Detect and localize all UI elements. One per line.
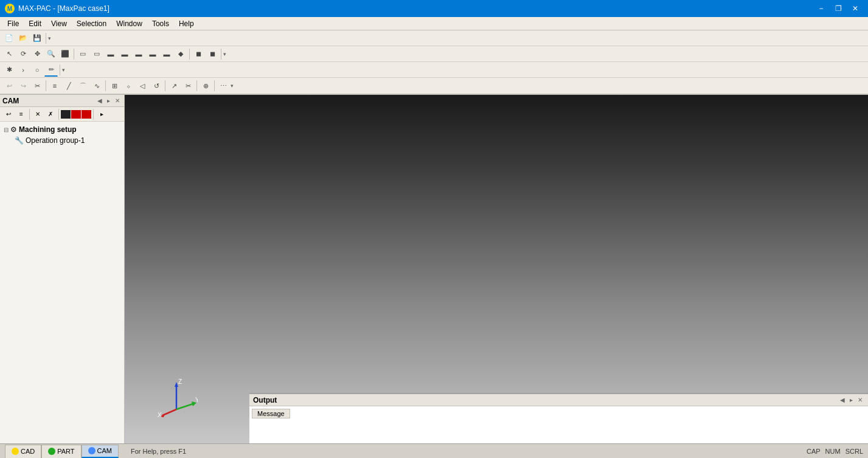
fit-tool[interactable]: ⬛ [58, 47, 72, 61]
status-indicators: CAP NUM SCRL [807, 448, 863, 455]
toolbar-sep-3 [189, 49, 190, 60]
star-tool[interactable]: ✱ [2, 63, 16, 77]
toolbar-sep-2 [74, 49, 74, 60]
cam-tree: ⊟ ⚙ Machining setup 🔧 Operation group-1 [0, 122, 124, 445]
menu-tools[interactable]: Tools [147, 18, 174, 29]
grid-tool[interactable]: ⊞ [108, 79, 121, 92]
box-tool[interactable]: ▭ [76, 47, 89, 61]
toolbar-expand-2[interactable]: ▾ [223, 51, 226, 57]
redo-tool[interactable]: ↪ [16, 79, 30, 92]
cad-tab[interactable]: CAD [5, 445, 41, 458]
output-body: Message [249, 406, 868, 445]
cam-color3-button[interactable] [82, 110, 91, 119]
open-button[interactable]: 📂 [16, 32, 30, 45]
mirror-tool[interactable]: ⬦ [122, 79, 135, 92]
menu-file[interactable]: File [2, 18, 24, 29]
move-tool[interactable]: ✥ [30, 47, 44, 61]
output-close-button[interactable]: ✕ [856, 396, 864, 404]
cam-color1-button[interactable] [61, 110, 71, 119]
chevron-tool[interactable]: › [16, 63, 30, 77]
cam-sep-3 [93, 109, 94, 120]
solid-tool[interactable]: ◼ [192, 47, 205, 61]
line-tool[interactable]: ╱ [62, 79, 75, 92]
cap-indicator: CAP [807, 448, 821, 455]
cam-close-button[interactable]: ✕ [113, 97, 122, 105]
trim2-tool[interactable]: ✂ [181, 79, 195, 92]
poly-tool[interactable]: ◆ [174, 47, 187, 61]
cam-float-button[interactable]: ▸ [105, 97, 112, 105]
x-axis-label: X [158, 412, 162, 418]
pen-tool[interactable]: ✏ [44, 63, 58, 77]
tree-machining-setup[interactable]: ⊟ ⚙ Machining setup [2, 124, 122, 135]
toolbar-sep-5 [60, 64, 60, 75]
menu-view[interactable]: View [46, 18, 72, 29]
extend-tool[interactable]: ↗ [167, 79, 181, 92]
menu-edit[interactable]: Edit [24, 18, 46, 29]
svg-line-2 [176, 403, 195, 409]
hatch-tool[interactable]: ≡ [48, 79, 61, 92]
status-tabs: CAD PART CAM [5, 445, 119, 458]
cam-tab-label: CAM [97, 447, 112, 454]
undo-tool[interactable]: ↩ [2, 79, 16, 92]
cam-panel-header: CAM ◀ ▸ ✕ [0, 95, 124, 107]
dim-tool[interactable]: ⊕ [199, 79, 212, 92]
bezier-tool[interactable]: ∿ [90, 79, 103, 92]
select-tool[interactable]: ↖ [2, 47, 16, 61]
tree-operation-group[interactable]: 🔧 Operation group-1 [2, 135, 122, 146]
rotate-tool[interactable]: ⟳ [16, 47, 30, 61]
arc-tool[interactable]: ⌒ [76, 79, 89, 92]
trim-tool[interactable]: ✂ [30, 79, 44, 92]
rect4-tool[interactable]: ▬ [146, 47, 159, 61]
message-tab[interactable]: Message [252, 409, 290, 418]
more-tool[interactable]: ⋯ [217, 79, 230, 92]
z-axis-label: Z [178, 378, 182, 385]
rect2-tool[interactable]: ▬ [118, 47, 131, 61]
main-area: CAM ◀ ▸ ✕ ↩ ≡ ✕ ✗ ▸ ⊟ ⚙ Machining setup [0, 95, 868, 445]
rect-tool[interactable]: ▬ [104, 47, 117, 61]
axis-svg: Z Y X [155, 376, 198, 418]
part-tab[interactable]: PART [41, 445, 81, 458]
solid2-tool[interactable]: ◼ [206, 47, 219, 61]
cam-tab[interactable]: CAM [82, 445, 119, 458]
cam-pin-button[interactable]: ◀ [95, 97, 104, 105]
new-button[interactable]: 📄 [2, 32, 16, 45]
output-pin-button[interactable]: ◀ [838, 396, 847, 404]
menu-selection[interactable]: Selection [72, 18, 111, 29]
toolbar-expand-1[interactable]: ▾ [48, 35, 51, 41]
cad-tab-icon [12, 448, 19, 455]
toolbar-expand-3[interactable]: ▾ [62, 67, 65, 73]
toolbar-sep-10 [214, 80, 215, 91]
y-axis-label: Y [195, 397, 198, 403]
output-float-button[interactable]: ▸ [848, 396, 855, 404]
restore-button[interactable]: ❐ [830, 2, 846, 15]
menu-help[interactable]: Help [174, 18, 199, 29]
circle-tool[interactable]: ○ [30, 63, 44, 77]
rotate2-tool[interactable]: ↺ [150, 79, 163, 92]
offset-tool[interactable]: ◁ [136, 79, 149, 92]
toolbar-sep-4 [221, 49, 221, 60]
tree-expand-icon[interactable]: ⊟ [4, 127, 9, 133]
zoom-tool[interactable]: 🔍 [44, 47, 58, 61]
title-bar: M MAX-PAC - [MaxPac case1] − ❐ ✕ [0, 0, 868, 17]
toolbar-sep-7 [105, 80, 106, 91]
app-icon: M [5, 4, 15, 13]
close-button[interactable]: ✕ [847, 2, 863, 15]
cam-delete-button[interactable]: ✗ [44, 109, 57, 120]
cam-list-button[interactable]: ≡ [15, 109, 27, 120]
rect3-tool[interactable]: ▬ [132, 47, 145, 61]
menu-window[interactable]: Window [111, 18, 147, 29]
viewport[interactable]: Z Y X Output ◀ ▸ ✕ Mess [125, 95, 868, 445]
cam-color2-button[interactable] [71, 110, 81, 119]
cam-edit-button[interactable]: ✕ [32, 109, 44, 120]
cam-back-button[interactable]: ↩ [2, 109, 15, 120]
toolbar-expand-4[interactable]: ▾ [231, 83, 234, 89]
save-button[interactable]: 💾 [30, 32, 44, 45]
box2-tool[interactable]: ▭ [90, 47, 103, 61]
cam-more-button[interactable]: ▸ [95, 109, 108, 120]
part-tab-label: PART [57, 448, 74, 455]
cad-tab-label: CAD [21, 448, 35, 455]
machining-setup-label: Machining setup [19, 125, 77, 134]
minimize-button[interactable]: − [813, 2, 829, 15]
rect5-tool[interactable]: ▬ [160, 47, 173, 61]
cam-panel-title: CAM [2, 97, 19, 105]
